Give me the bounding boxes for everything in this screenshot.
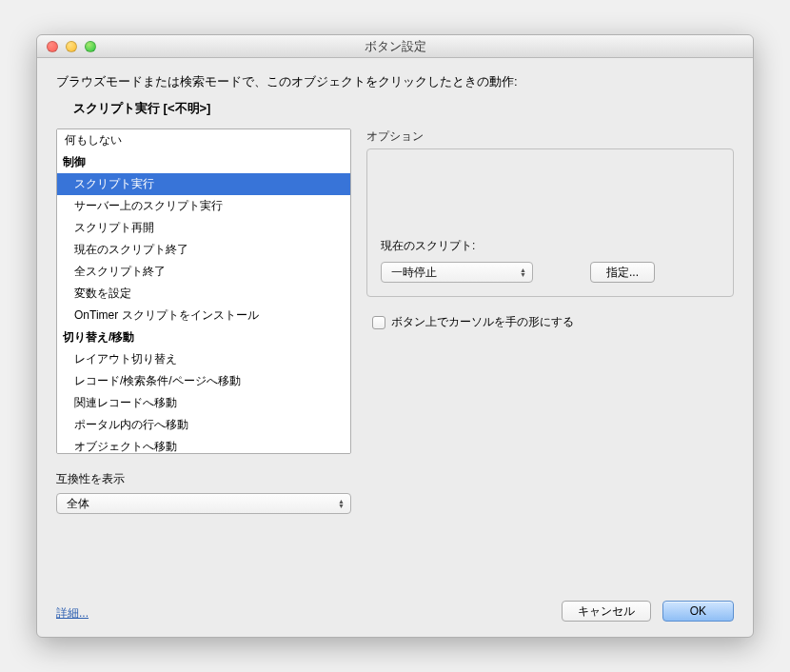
selected-script-label: スクリプト実行 [<不明>] <box>56 100 734 117</box>
list-item[interactable]: 全スクリプト終了 <box>57 261 350 283</box>
instruction-text: ブラウズモードまたは検索モードで、このオブジェクトをクリックしたときの動作: <box>56 73 734 90</box>
cursor-checkbox[interactable] <box>372 316 385 329</box>
list-item[interactable]: OnTimer スクリプトをインストール <box>57 305 350 326</box>
specify-button[interactable]: 指定... <box>590 262 655 283</box>
list-item[interactable]: レコード/検索条件/ページへ移動 <box>57 370 350 392</box>
list-item[interactable]: 変数を設定 <box>57 283 350 305</box>
current-script-label: 現在のスクリプト: <box>381 238 720 254</box>
compatibility-value: 全体 <box>67 496 89 512</box>
list-item[interactable]: ポータル内の行へ移動 <box>57 414 350 436</box>
list-item[interactable]: 関連レコードへ移動 <box>57 392 350 414</box>
list-item[interactable]: サーバー上のスクリプト実行 <box>57 195 350 217</box>
updown-icon: ▲▼ <box>520 267 526 277</box>
options-controls-row: 一時停止 ▲▼ 指定... <box>381 262 720 283</box>
list-item[interactable]: 何もしない <box>57 129 350 151</box>
pause-value: 一時停止 <box>391 265 437 281</box>
pause-select[interactable]: 一時停止 ▲▼ <box>381 262 533 283</box>
list-item[interactable]: 現在のスクリプト終了 <box>57 239 350 261</box>
list-item[interactable]: オブジェクトへ移動 <box>57 436 350 454</box>
cancel-button[interactable]: キャンセル <box>562 601 651 622</box>
window-title: ボタン設定 <box>37 38 753 55</box>
left-column: 何もしない制御スクリプト実行サーバー上のスクリプト実行スクリプト再開現在のスクリ… <box>56 128 351 585</box>
compatibility-select[interactable]: 全体 ▲▼ <box>56 493 351 514</box>
titlebar: ボタン設定 <box>37 35 753 58</box>
footer-buttons: キャンセル OK <box>562 601 734 622</box>
actions-listbox[interactable]: 何もしない制御スクリプト実行サーバー上のスクリプト実行スクリプト再開現在のスクリ… <box>56 128 351 454</box>
options-panel: 現在のスクリプト: 一時停止 ▲▼ 指定... <box>366 148 734 297</box>
list-item[interactable]: 制御 <box>57 151 350 173</box>
list-item[interactable]: スクリプト再開 <box>57 217 350 239</box>
cursor-checkbox-row: ボタン上でカーソルを手の形にする <box>372 314 734 330</box>
updown-icon: ▲▼ <box>338 499 345 508</box>
list-item[interactable]: レイアウト切り替え <box>57 348 350 370</box>
compatibility-label: 互換性を表示 <box>56 471 351 487</box>
list-item[interactable]: 切り替え/移動 <box>57 326 350 348</box>
dialog-window: ボタン設定 ブラウズモードまたは検索モードで、このオブジェクトをクリックしたとき… <box>36 34 754 638</box>
ok-button[interactable]: OK <box>662 601 734 622</box>
dialog-content: ブラウズモードまたは検索モードで、このオブジェクトをクリックしたときの動作: ス… <box>37 58 753 637</box>
compatibility-section: 互換性を表示 全体 ▲▼ <box>56 471 351 514</box>
main-area: 何もしない制御スクリプト実行サーバー上のスクリプト実行スクリプト再開現在のスクリ… <box>56 128 734 585</box>
options-title: オプション <box>366 128 734 145</box>
details-link[interactable]: 詳細... <box>56 605 89 622</box>
right-column: オプション 現在のスクリプト: 一時停止 ▲▼ 指定... <box>366 128 734 585</box>
list-item[interactable]: スクリプト実行 <box>57 173 350 195</box>
cursor-checkbox-label: ボタン上でカーソルを手の形にする <box>391 314 574 330</box>
dialog-footer: 詳細... キャンセル OK <box>56 601 734 622</box>
